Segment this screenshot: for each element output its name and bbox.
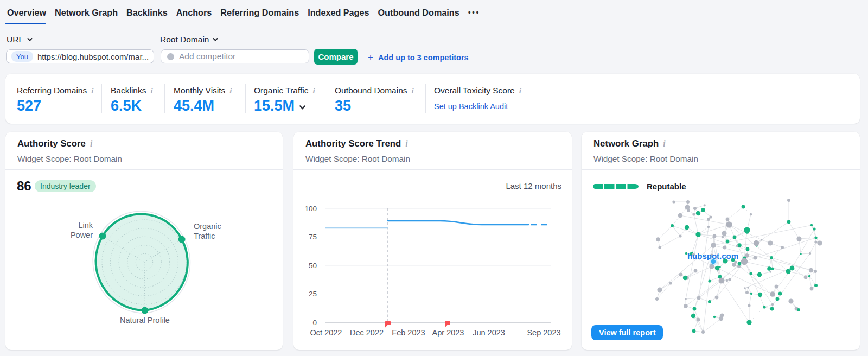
svg-text:Oct 2022: Oct 2022 xyxy=(310,328,342,337)
svg-text:50: 50 xyxy=(309,262,317,270)
svg-text:Sep 2023: Sep 2023 xyxy=(527,328,560,337)
svg-text:Organic: Organic xyxy=(194,222,221,231)
svg-text:75: 75 xyxy=(309,233,317,241)
svg-text:Dec 2022: Dec 2022 xyxy=(350,328,384,337)
svg-text:Feb 2023: Feb 2023 xyxy=(392,328,425,337)
svg-text:Apr 2023: Apr 2023 xyxy=(432,328,464,337)
svg-text:hubspot.com: hubspot.com xyxy=(687,251,738,260)
svg-text:Traffic: Traffic xyxy=(194,232,215,240)
svg-text:0: 0 xyxy=(312,319,317,327)
svg-text:Jun 2023: Jun 2023 xyxy=(473,328,505,337)
svg-text:25: 25 xyxy=(309,290,317,298)
svg-text:Natural Profile: Natural Profile xyxy=(120,316,170,325)
svg-text:Power: Power xyxy=(71,231,93,239)
svg-text:Link: Link xyxy=(78,221,93,230)
svg-text:100: 100 xyxy=(304,205,317,213)
